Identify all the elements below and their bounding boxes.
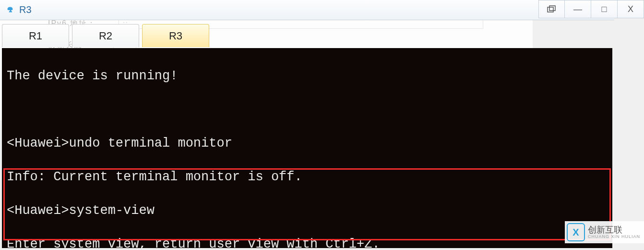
terminal-line: The device is running!: [7, 68, 608, 85]
terminal-line: <Huawei>undo terminal monitor: [7, 135, 608, 152]
watermark: X 创新互联 CHUANG XIN HULIAN: [565, 221, 644, 243]
close-button[interactable]: X: [618, 0, 644, 18]
tab-strip: R1 R2 R3: [2, 24, 209, 47]
terminal-output[interactable]: The device is running! <Huawei>undo term…: [2, 48, 612, 248]
tab-r3[interactable]: R3: [142, 24, 209, 47]
svg-rect-1: [549, 6, 555, 11]
terminal-line: <Huawei>system-view: [7, 202, 608, 219]
watermark-icon-letter: X: [572, 227, 579, 238]
watermark-icon: X: [567, 223, 585, 241]
minimize-button[interactable]: —: [565, 0, 591, 18]
window-controls: — □ X: [538, 0, 644, 18]
maximize-button[interactable]: □: [591, 0, 618, 18]
svg-rect-0: [548, 7, 553, 12]
watermark-brand: 创新互联: [588, 225, 640, 234]
terminal-line: Info: Current terminal monitor is off.: [7, 169, 608, 186]
app-icon: [5, 5, 15, 15]
tab-r1[interactable]: R1: [2, 24, 69, 47]
cascade-button[interactable]: [538, 0, 565, 18]
terminal-line: [7, 101, 608, 118]
tab-r2[interactable]: R2: [72, 24, 139, 47]
watermark-sub: CHUANG XIN HULIAN: [588, 234, 640, 239]
terminal-line: Enter system view, return user view with…: [7, 236, 608, 250]
window-titlebar: R3: [0, 0, 614, 20]
window-title: R3: [19, 4, 32, 15]
